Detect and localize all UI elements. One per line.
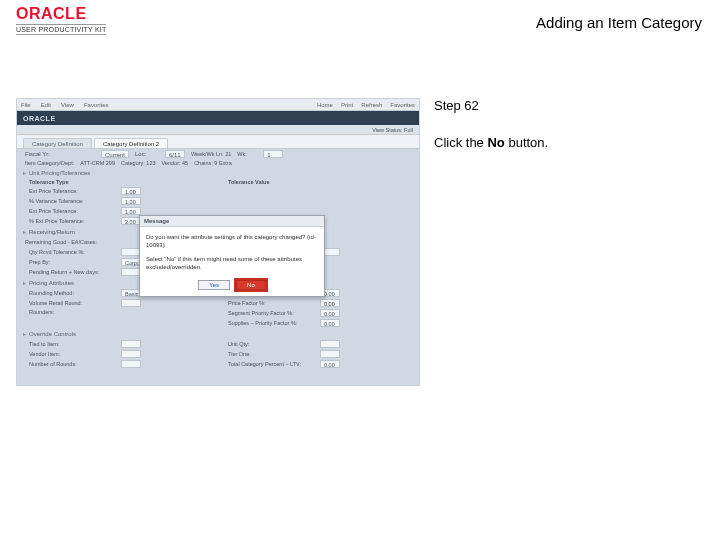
tol-row: Ext Price Tolerance:1.00 [21,186,216,196]
nav-item: File [21,102,31,108]
no-button[interactable]: No [236,280,266,290]
fiscal-value: Current [101,150,129,158]
pa-label: Segment Priority Factor %: [228,310,314,316]
header: ORACLE USER PRODUCTIVITY KIT Adding an I… [0,0,720,44]
dialog-actions: Yes No [140,276,324,296]
pa-value: 0.00 [320,309,340,317]
logo-subtitle: USER PRODUCTIVITY KIT [16,24,106,35]
dialog-line1: Do you want the attribute settings of th… [146,233,318,250]
itemcat-label: Item Category/Dept: [25,160,74,166]
app-tabs: Category Definition Category Definition … [17,135,419,149]
wk-value: 1 [263,150,283,158]
step-text-after: button. [505,135,548,150]
itemcat-chains: Chains: 9 Extra [194,160,232,166]
nav-item: Home [317,102,333,108]
tol-label: Ext Price Tolerance: [29,208,115,214]
step-label: Step 62 [434,98,694,113]
ov-label: Unit Qty: [228,341,314,347]
nav-item: Edit [41,102,51,108]
logo-block: ORACLE USER PRODUCTIVITY KIT [16,6,106,35]
recv-remaining-label: Remaining Good - EA/Cases: [25,239,135,245]
ov-value [121,340,141,348]
app-statusbar: View Status: Full [17,125,419,135]
section-override: Override Controls [17,328,419,339]
ov-value [121,360,141,368]
ov-label: Number of Rounds: [29,361,115,367]
dialog-title: Message [140,216,324,227]
pend-value [121,268,141,276]
col-head-right: Tolerance Value [228,179,314,185]
nav-item: Favorites [84,102,109,108]
app-screenshot: File Edit View Favorites Home Print Refr… [16,98,420,386]
nav-item: Favorites [390,102,415,108]
tol-value: 1.00 [121,197,141,205]
yes-button[interactable]: Yes [198,280,230,290]
qty-value [121,248,141,256]
dialog-body: Do you want the attribute settings of th… [140,227,324,276]
tol-value: 1.00 [121,207,141,215]
tol-label: % Ext Price Tolerance: [29,218,115,224]
itemcat-cat: Category: 123 [121,160,156,166]
pa-label: Rounding Method: [29,290,115,296]
tol-value: 2.00 [121,217,141,225]
tol-row: % Variance Tolerance:1.00 [21,196,216,206]
ov-value [121,350,141,358]
row-item-cat: Item Category/Dept: ATT-CRM 299 Category… [17,159,419,167]
rounders-label: Rounders: [29,309,115,315]
loc-label: Loc: [135,151,159,157]
fiscal-label: Fiscal Yr: [25,151,95,157]
nav-item: Refresh [361,102,382,108]
page-title: Adding an Item Category [536,6,704,31]
pa-label: Volume Retail Round: [29,300,115,306]
tol-value: 1.00 [121,187,141,195]
step-text: Click the No button. [434,135,694,150]
ov-label: Total Category Percent – LTV: [228,361,314,367]
tab-category-definition-2[interactable]: Category Definition 2 [94,138,168,148]
loc-value: 6/11 [165,150,185,158]
oracle-logo: ORACLE [16,6,106,22]
row-fiscal: Fiscal Yr: Current Loc: 6/11 Week/Wk Ln:… [17,149,419,159]
pa-value: 0.00 [320,319,340,327]
view-status: View Status: Full [372,127,413,133]
col-head-left: Tolerance Type [29,179,115,185]
tol-label: Ext Price Tolerance: [29,188,115,194]
pa-label: Price Factor %: [228,300,314,306]
ov-label: Vendor Item: [29,351,115,357]
instructions: Step 62 Click the No button. [434,98,694,386]
browser-tabbar: File Edit View Favorites Home Print Refr… [17,99,419,111]
step-text-before: Click the [434,135,487,150]
ov-value: 0.00 [320,360,340,368]
qty-label: Qty Rcvd Tolerance %: [29,249,115,255]
app-brandbar: ORACLE [17,111,419,125]
ov-label: Tier One: [228,351,314,357]
tab-category-definition[interactable]: Category Definition [23,138,92,148]
section-pricing-tolerances: Unit Pricing/Tolerances [17,167,419,178]
nav-item: Print [341,102,353,108]
itemcat-code: ATT-CRM 299 [80,160,115,166]
nav-item: View [61,102,74,108]
pa-value: 0.00 [320,299,340,307]
pa-label: Supplies – Priority Factor %: [228,320,314,326]
dialog-line2: Select "No" if this item might need some… [146,255,318,272]
prep-label: Prep By: [29,259,115,265]
week-label: Week/Wk Ln: 21 [191,151,231,157]
content-row: File Edit View Favorites Home Print Refr… [16,98,704,386]
ov-value [320,340,340,348]
pend-label: Pending Return + New days: [29,269,115,275]
tol-label: % Variance Tolerance: [29,198,115,204]
app-body: Fiscal Yr: Current Loc: 6/11 Week/Wk Ln:… [17,149,419,385]
ov-label: Tied to Item: [29,341,115,347]
itemcat-vendor: Vendor: 45 [162,160,189,166]
pa-value [121,299,141,307]
ov-value [320,350,340,358]
step-text-bold: No [487,135,504,150]
dialog-message: Message Do you want the attribute settin… [139,215,325,297]
wk-label: Wk: [237,151,257,157]
